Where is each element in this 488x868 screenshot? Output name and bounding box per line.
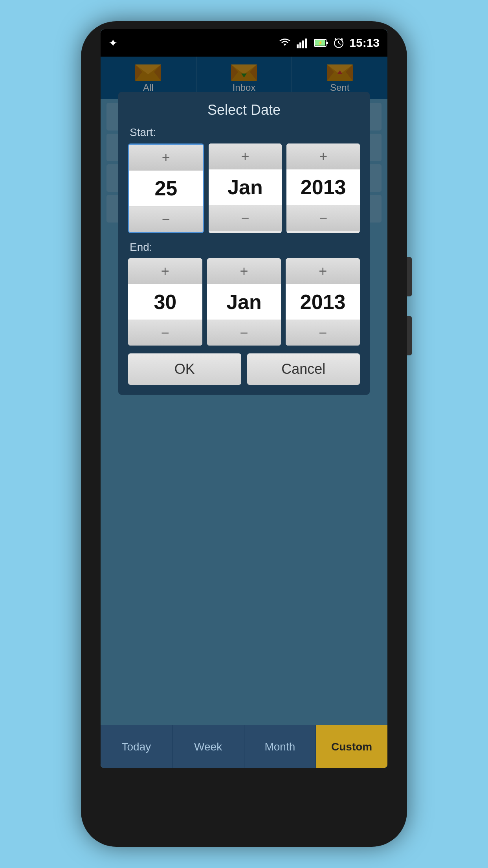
volume-button-up[interactable] (407, 257, 412, 296)
start-label: Start: (130, 126, 360, 139)
nav-custom-label: Custom (331, 741, 372, 753)
end-day-increment[interactable]: + (128, 258, 202, 284)
svg-line-14 (341, 38, 343, 39)
svg-text:⚡: ⚡ (317, 40, 323, 46)
end-day-value: 30 (128, 284, 202, 320)
end-month-increment[interactable]: + (207, 258, 281, 284)
start-month-spinner: + Jan − (209, 143, 282, 233)
start-year-increment[interactable]: + (286, 143, 360, 169)
start-month-decrement[interactable]: − (209, 205, 282, 231)
start-month-increment[interactable]: + (209, 143, 282, 169)
battery-icon: ⚡ (314, 38, 328, 48)
start-day-value: 25 (129, 171, 203, 206)
svg-rect-0 (297, 44, 299, 48)
end-year-decrement[interactable]: − (286, 320, 360, 346)
usb-icon: ✦ (108, 37, 117, 50)
start-day-spinner: + 25 − (128, 143, 204, 233)
ok-button[interactable]: OK (128, 353, 241, 385)
start-year-spinner: + 2013 − (286, 143, 360, 233)
start-day-decrement[interactable]: − (129, 206, 203, 232)
start-day-increment[interactable]: + (129, 145, 203, 170)
end-year-value: 2013 (286, 284, 360, 320)
end-month-value: Jan (207, 284, 281, 320)
end-year-increment[interactable]: + (286, 258, 360, 284)
nav-week-label: Week (194, 741, 222, 753)
phone-screen: ✦ (101, 29, 387, 768)
svg-rect-1 (299, 42, 301, 48)
nav-today-label: Today (122, 741, 151, 753)
end-day-decrement[interactable]: − (128, 320, 202, 346)
alarm-icon (333, 37, 345, 49)
svg-rect-2 (302, 40, 304, 48)
dialog-overlay: Select Date Start: + 25 − (101, 57, 387, 725)
status-bar: ✦ (101, 29, 387, 57)
end-date-picker: + 30 − + Jan − (128, 258, 360, 346)
nav-custom[interactable]: Custom (316, 725, 387, 768)
end-month-decrement[interactable]: − (207, 320, 281, 346)
start-date-picker: + 25 − + Jan − (128, 143, 360, 233)
svg-rect-3 (305, 39, 307, 48)
start-month-value: Jan (209, 169, 282, 205)
svg-line-13 (335, 38, 336, 39)
dialog-buttons: OK Cancel (128, 353, 360, 385)
nav-today[interactable]: Today (101, 725, 172, 768)
start-year-decrement[interactable]: − (286, 205, 360, 231)
nav-week[interactable]: Week (172, 725, 244, 768)
end-day-spinner: + 30 − (128, 258, 202, 346)
app-content: All Inbox (101, 57, 387, 725)
select-date-dialog: Select Date Start: + 25 − (118, 92, 370, 395)
end-label: End: (130, 241, 360, 254)
status-time: 15:13 (349, 36, 380, 50)
end-month-spinner: + Jan − (207, 258, 281, 346)
start-year-value: 2013 (286, 169, 360, 205)
nav-month[interactable]: Month (244, 725, 316, 768)
wifi-icon (278, 37, 292, 48)
signal-icon (297, 37, 309, 48)
svg-line-10 (339, 43, 341, 44)
bottom-nav: Today Week Month Custom (101, 725, 387, 768)
dialog-title: Select Date (128, 102, 360, 118)
phone-frame: ✦ (81, 21, 407, 847)
nav-month-label: Month (264, 741, 295, 753)
svg-rect-5 (326, 42, 328, 44)
cancel-button[interactable]: Cancel (247, 353, 360, 385)
end-year-spinner: + 2013 − (286, 258, 360, 346)
volume-button-down[interactable] (407, 316, 412, 355)
